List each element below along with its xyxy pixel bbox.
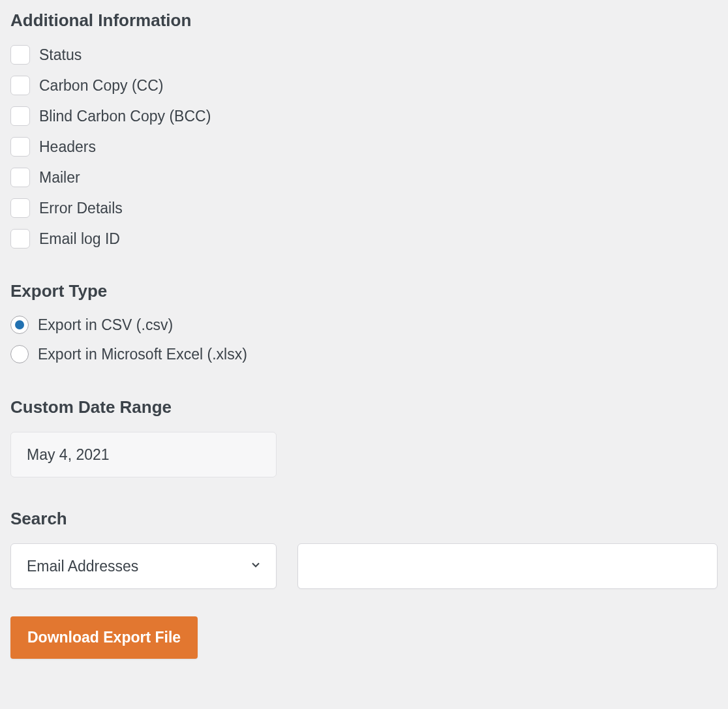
checkbox-cc[interactable]: [10, 76, 30, 95]
date-range-input[interactable]: May 4, 2021: [10, 432, 277, 477]
search-heading: Search: [10, 509, 718, 529]
checkbox-row-email-log-id: Email log ID: [10, 229, 718, 249]
search-input[interactable]: [297, 543, 718, 589]
radio-row-csv: Export in CSV (.csv): [10, 316, 718, 334]
radio-csv[interactable]: [10, 316, 29, 334]
additional-info-heading: Additional Information: [10, 10, 718, 31]
search-select[interactable]: Email Addresses: [10, 543, 277, 589]
checkbox-email-log-id[interactable]: [10, 229, 30, 249]
checkbox-status[interactable]: [10, 45, 30, 65]
checkbox-label-error-details[interactable]: Error Details: [39, 200, 123, 217]
export-type-list: Export in CSV (.csv) Export in Microsoft…: [10, 316, 718, 363]
checkbox-row-status: Status: [10, 45, 718, 65]
checkbox-row-cc: Carbon Copy (CC): [10, 76, 718, 95]
additional-info-list: Status Carbon Copy (CC) Blind Carbon Cop…: [10, 45, 718, 249]
checkbox-label-email-log-id[interactable]: Email log ID: [39, 230, 120, 248]
checkbox-row-mailer: Mailer: [10, 168, 718, 187]
checkbox-error-details[interactable]: [10, 198, 30, 218]
radio-xlsx[interactable]: [10, 345, 29, 363]
checkbox-label-headers[interactable]: Headers: [39, 138, 96, 156]
radio-row-xlsx: Export in Microsoft Excel (.xlsx): [10, 345, 718, 363]
radio-label-csv[interactable]: Export in CSV (.csv): [38, 316, 173, 334]
checkbox-label-bcc[interactable]: Blind Carbon Copy (BCC): [39, 108, 211, 125]
search-select-wrapper: Email Addresses: [10, 543, 277, 589]
checkbox-mailer[interactable]: [10, 168, 30, 187]
download-export-button[interactable]: Download Export File: [10, 616, 198, 659]
checkbox-label-cc[interactable]: Carbon Copy (CC): [39, 77, 163, 95]
checkbox-row-error-details: Error Details: [10, 198, 718, 218]
radio-label-xlsx[interactable]: Export in Microsoft Excel (.xlsx): [38, 346, 247, 363]
checkbox-label-mailer[interactable]: Mailer: [39, 169, 80, 187]
checkbox-row-bcc: Blind Carbon Copy (BCC): [10, 106, 718, 126]
checkbox-label-status[interactable]: Status: [39, 46, 82, 64]
date-range-heading: Custom Date Range: [10, 397, 718, 417]
search-row: Email Addresses: [10, 543, 718, 589]
checkbox-headers[interactable]: [10, 137, 30, 157]
export-type-heading: Export Type: [10, 281, 718, 301]
checkbox-bcc[interactable]: [10, 106, 30, 126]
checkbox-row-headers: Headers: [10, 137, 718, 157]
